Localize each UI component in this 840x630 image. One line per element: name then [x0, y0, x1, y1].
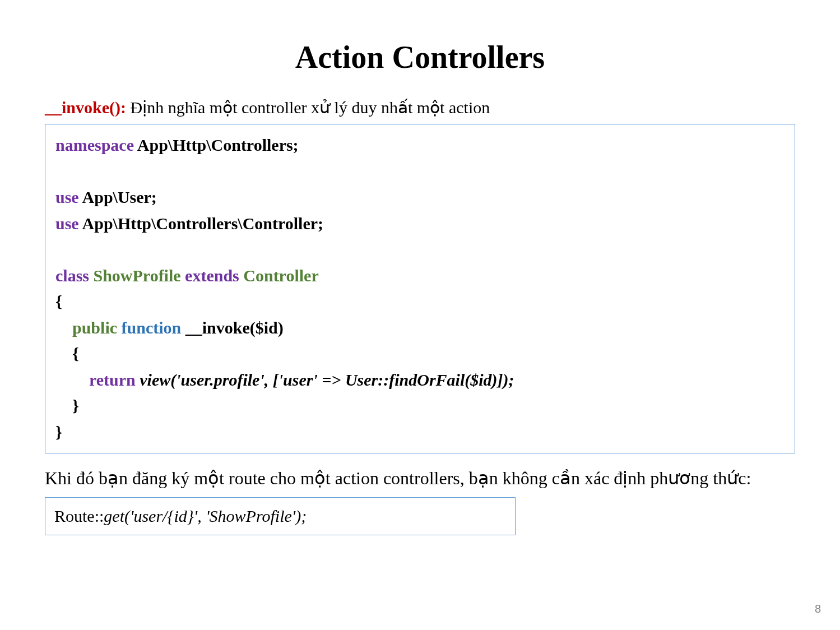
page-title: Action Controllers [45, 39, 795, 75]
code-line: return view('user.profile', ['user' => U… [55, 367, 785, 393]
intro-line: __invoke(): Định nghĩa một controller xử… [45, 98, 795, 117]
use-value: App\Http\Controllers\Controller; [82, 214, 324, 233]
kw-public: public [55, 318, 122, 337]
brace: } [55, 393, 785, 419]
use-value: App\User; [82, 188, 157, 206]
class-name: ShowProfile [94, 266, 185, 285]
kw-extends: extends [185, 266, 243, 285]
kw-namespace: namespace [55, 136, 137, 154]
code-line: public function __invoke($id) [55, 315, 785, 341]
code-line-blank [55, 237, 785, 263]
return-body: view('user.profile', ['user' => User::fi… [140, 370, 514, 389]
kw-function: function [122, 318, 185, 337]
code-line: use App\User; [55, 184, 785, 211]
intro-text: Định nghĩa một controller xử lý duy nhất… [126, 98, 490, 117]
code-line: class ShowProfile extends Controller [55, 263, 785, 289]
kw-return: return [55, 370, 140, 389]
kw-use: use [55, 214, 82, 233]
route-body: get('user/{id}', 'ShowProfile'); [104, 507, 307, 525]
brace: { [55, 341, 785, 367]
code-block-main: namespace App\Http\Controllers; use App\… [45, 124, 795, 453]
kw-class: class [55, 266, 94, 285]
code-block-route: Route::get('user/{id}', 'ShowProfile'); [45, 497, 516, 536]
brace: } [55, 419, 785, 446]
kw-use: use [55, 188, 82, 206]
route-prefix: Route:: [54, 507, 104, 525]
intro-method: __invoke(): [45, 98, 126, 117]
invoke-signature: __invoke($id) [185, 318, 284, 337]
brace: { [55, 289, 785, 315]
parent-class: Controller [243, 266, 318, 285]
code-line: namespace App\Http\Controllers; [55, 132, 785, 159]
followup-text: Khi đó bạn đăng ký một route cho một act… [45, 468, 795, 489]
code-line-blank [55, 159, 785, 185]
page-number: 8 [815, 603, 821, 615]
ns-value: App\Http\Controllers; [137, 136, 299, 154]
code-line: use App\Http\Controllers\Controller; [55, 211, 785, 237]
slide: Action Controllers __invoke(): Định nghĩ… [0, 0, 840, 630]
